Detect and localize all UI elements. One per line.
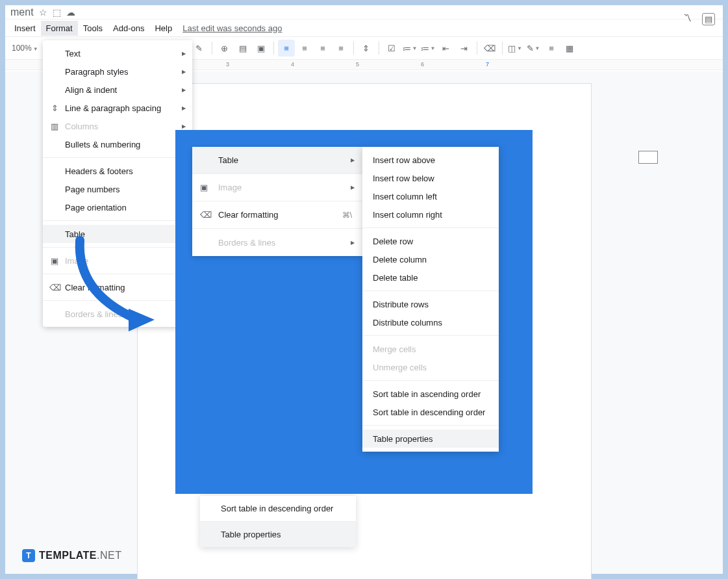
bg-table-properties[interactable]: Table properties [200, 521, 356, 547]
image-button[interactable]: ▣ [253, 40, 270, 57]
format-dropdown: Text Paragraph styles Align & indent ⇕Li… [43, 40, 192, 327]
distribute-columns[interactable]: Distribute columns [362, 313, 499, 331]
insert-column-right[interactable]: Insert column right [362, 205, 499, 224]
popup-table[interactable]: Table [192, 147, 362, 174]
unmerge-cells[interactable]: Unmerge cells [362, 358, 499, 376]
doc-title[interactable]: ment [10, 6, 34, 18]
zoom-select[interactable]: 100%▼ [9, 44, 41, 53]
bg-sort-desc[interactable]: Sort table in descending order [200, 495, 356, 521]
format-line-spacing[interactable]: ⇕Line & paragraph spacing [43, 99, 192, 117]
format-align-indent[interactable]: Align & indent [43, 81, 192, 99]
line-spacing-icon: ⇕ [49, 103, 60, 113]
title-bar: ment ☆ ⬚ ☁ [5, 5, 723, 19]
bullet-list-button[interactable]: ≔▼ [401, 40, 418, 57]
insert-column-left[interactable]: Insert column left [362, 187, 499, 205]
logo-badge-icon: T [22, 549, 35, 562]
star-icon[interactable]: ☆ [39, 7, 47, 18]
menu-help[interactable]: Help [149, 21, 177, 36]
menu-bar: Insert Format Tools Add-ons Help Last ed… [5, 19, 723, 36]
distribute-rows[interactable]: Distribute rows [362, 295, 499, 313]
format-clear-formatting[interactable]: ⌫Clear formatting [43, 278, 192, 296]
popup-borders-lines[interactable]: Borders & lines [192, 229, 362, 256]
menu-insert[interactable]: Insert [9, 21, 41, 36]
move-icon[interactable]: ⬚ [53, 7, 61, 18]
numbered-list-button[interactable]: ≔▼ [420, 40, 436, 57]
title-icons: ☆ ⬚ ☁ [39, 7, 75, 18]
menu-addons[interactable]: Add-ons [108, 21, 149, 36]
google-docs-app: ment ☆ ⬚ ☁ 〽 ▤ Insert Format Tools Add-o… [5, 5, 723, 574]
format-paragraph-styles[interactable]: Paragraph styles [43, 62, 192, 81]
border-style-button[interactable]: ▦ [561, 40, 578, 57]
line-spacing-button[interactable]: ⇕ [358, 40, 375, 57]
clear-format-icon: ⌫ [49, 283, 60, 292]
cloud-icon[interactable]: ☁ [66, 7, 75, 18]
table-submenu: Insert row above Insert row below Insert… [362, 147, 499, 452]
comment-button[interactable]: ▤ [234, 40, 251, 57]
format-columns[interactable]: ▥Columns [43, 117, 192, 135]
image-icon: ▣ [49, 256, 60, 266]
align-justify-button[interactable]: ≡ [333, 40, 349, 57]
columns-icon: ▥ [49, 122, 60, 131]
format-dropdown-zoomed: Table ▣Image ⌫Clear formatting⌘\ Borders… [192, 147, 362, 256]
fill-color-button[interactable]: ✎▼ [525, 40, 542, 57]
last-edit-link[interactable]: Last edit was seconds ago [182, 23, 282, 33]
clear-format-button[interactable]: ⌫ [481, 40, 498, 57]
template-net-logo: T TEMPLATE.NET [22, 549, 121, 562]
outdent-button[interactable]: ⇤ [438, 40, 455, 57]
highlight-frame: Table ▣Image ⌫Clear formatting⌘\ Borders… [175, 130, 533, 494]
border-width-button[interactable]: ≡ [543, 40, 560, 57]
format-text[interactable]: Text [43, 44, 192, 62]
table-properties[interactable]: Table properties [362, 430, 499, 448]
delete-table[interactable]: Delete table [362, 268, 499, 287]
indent-button[interactable]: ⇥ [456, 40, 473, 57]
link-button[interactable]: ⊕ [216, 40, 233, 57]
format-image[interactable]: ▣Image [43, 251, 192, 270]
clear-format-icon: ⌫ [200, 210, 212, 220]
merge-cells[interactable]: Merge cells [362, 340, 499, 358]
sort-descending[interactable]: Sort table in descending order [362, 403, 499, 421]
checklist-button[interactable]: ☑ [383, 40, 400, 57]
delete-column[interactable]: Delete column [362, 250, 499, 268]
insert-row-above[interactable]: Insert row above [362, 151, 499, 169]
format-bullets[interactable]: Bullets & numbering [43, 135, 192, 153]
sort-ascending[interactable]: Sort table in ascending order [362, 385, 499, 403]
align-right-button[interactable]: ≡ [314, 40, 331, 57]
format-table[interactable]: Table [43, 225, 192, 243]
align-center-button[interactable]: ≡ [296, 40, 313, 57]
menu-tools[interactable]: Tools [78, 21, 108, 36]
format-borders-lines[interactable]: Borders & lines [43, 305, 192, 323]
image-icon: ▣ [200, 183, 208, 192]
insert-row-below[interactable]: Insert row below [362, 169, 499, 187]
delete-row[interactable]: Delete row [362, 232, 499, 250]
popup-image[interactable]: ▣Image [192, 174, 362, 201]
align-left-button[interactable]: ≡ [278, 40, 295, 57]
format-headers-footers[interactable]: Headers & footers [43, 162, 192, 180]
border-color-button[interactable]: ◫▼ [507, 40, 523, 57]
popup-clear-formatting[interactable]: ⌫Clear formatting⌘\ [192, 201, 362, 229]
format-page-orientation[interactable]: Page orientation [43, 198, 192, 216]
menu-format[interactable]: Format [41, 21, 78, 36]
highlight-button[interactable]: ✎ [191, 40, 208, 57]
table-cell-indicator [638, 151, 658, 164]
table-submenu-background: Sort table in descending order Table pro… [200, 495, 356, 547]
format-page-numbers[interactable]: Page numbers [43, 180, 192, 198]
